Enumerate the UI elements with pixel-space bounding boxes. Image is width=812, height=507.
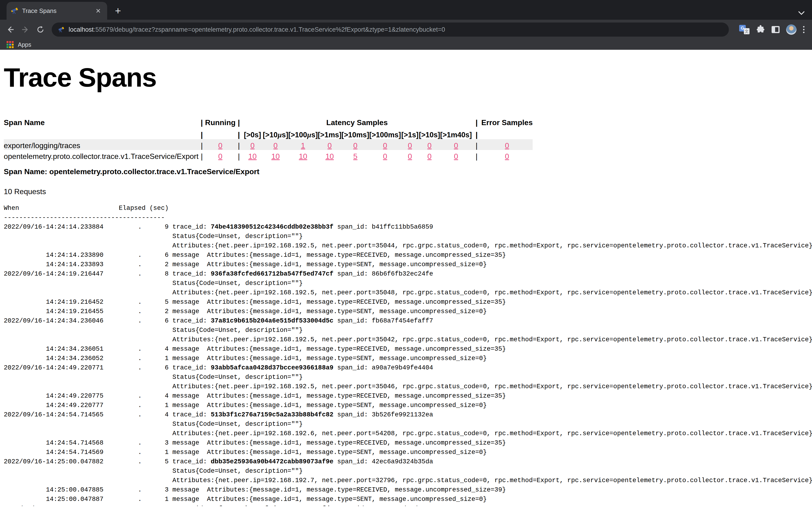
- sample-count-link[interactable]: 0: [218, 152, 222, 161]
- menu-kebab-icon[interactable]: [803, 26, 805, 33]
- side-panel-icon[interactable]: [772, 26, 779, 33]
- requests-count: 10 Requests: [4, 187, 812, 196]
- toolbar-trailing: G 文: [735, 24, 808, 35]
- sample-count-link[interactable]: 0: [427, 141, 432, 150]
- new-tab-button[interactable]: +: [111, 4, 125, 18]
- back-icon[interactable]: [4, 23, 17, 36]
- browser-tab[interactable]: Trace Spans: [7, 2, 107, 20]
- extensions-puzzle-icon[interactable]: [756, 25, 765, 34]
- sample-count-link[interactable]: 0: [327, 141, 332, 150]
- sample-count-link[interactable]: 0: [427, 152, 432, 161]
- translate-icon[interactable]: G 文: [739, 25, 750, 34]
- apps-grid-icon: [7, 41, 14, 48]
- sample-count-link[interactable]: 10: [299, 152, 307, 161]
- sample-count-link[interactable]: 0: [408, 141, 412, 150]
- tab-list-chevron-icon[interactable]: [798, 11, 805, 15]
- detail-span-name: Span Name: opentelemetry.proto.collector…: [4, 167, 812, 176]
- sample-count-link[interactable]: 1: [301, 141, 305, 150]
- sample-count-link[interactable]: 0: [408, 152, 412, 161]
- url-text: localhost:55679/debug/tracez?zspanname=o…: [68, 26, 445, 33]
- browser-toolbar: localhost:55679/debug/tracez?zspanname=o…: [0, 20, 812, 40]
- bookmarks-apps-button[interactable]: Apps: [7, 41, 31, 48]
- page-title: Trace Spans: [4, 62, 812, 93]
- sample-count-link[interactable]: 0: [383, 141, 387, 150]
- url-path: :55679/debug/tracez?zspanname=openteleme…: [94, 26, 445, 33]
- sample-count-link[interactable]: 0: [383, 152, 387, 161]
- telescope-favicon-icon: [58, 26, 64, 33]
- tab-close-icon[interactable]: [94, 7, 102, 15]
- sample-count-link[interactable]: 0: [273, 141, 278, 150]
- span-row: exporter/logging/traces|0|001000000|0: [4, 139, 532, 150]
- span-row: opentelemetry.proto.collector.trace.v1.T…: [4, 150, 532, 161]
- requests-log: When Elapsed (sec) ---------------------…: [4, 204, 812, 506]
- sample-count-link[interactable]: 0: [353, 141, 357, 150]
- sample-count-link[interactable]: 10: [325, 152, 334, 161]
- sample-count-link[interactable]: 0: [505, 141, 509, 150]
- latency-samples-table: Span Name|Running|Latency Samples|Error …: [4, 115, 532, 161]
- url-host: localhost: [68, 26, 94, 33]
- url-bar[interactable]: localhost:55679/debug/tracez?zspanname=o…: [52, 22, 729, 37]
- telescope-favicon-icon: [11, 7, 18, 14]
- sample-count-link[interactable]: 5: [353, 152, 357, 161]
- sample-count-link[interactable]: 0: [454, 152, 458, 161]
- reload-icon[interactable]: [34, 23, 47, 36]
- apps-label: Apps: [18, 41, 31, 48]
- page-content: Trace Spans Span Name|Running|Latency Sa…: [0, 50, 812, 506]
- tab-strip: Trace Spans +: [0, 0, 812, 20]
- sample-count-link[interactable]: 0: [250, 141, 255, 150]
- sample-count-link[interactable]: 0: [218, 141, 222, 150]
- bookmarks-bar: Apps: [0, 40, 812, 50]
- forward-icon[interactable]: [19, 23, 32, 36]
- sample-count-link[interactable]: 0: [454, 141, 458, 150]
- tab-title: Trace Spans: [22, 7, 90, 14]
- sample-count-link[interactable]: 0: [505, 152, 509, 161]
- sample-count-link[interactable]: 10: [271, 152, 280, 161]
- profile-avatar[interactable]: [786, 24, 797, 35]
- sample-count-link[interactable]: 10: [248, 152, 257, 161]
